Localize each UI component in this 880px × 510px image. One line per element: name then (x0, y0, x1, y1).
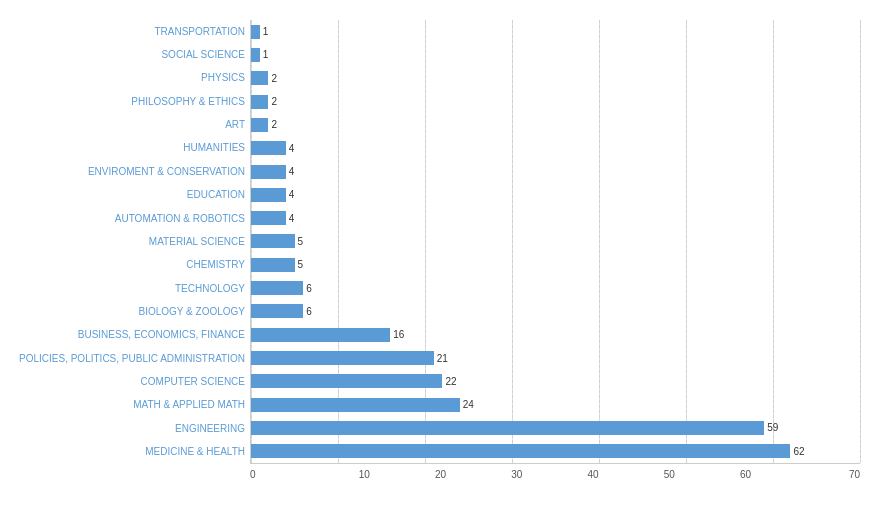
bar-value-label: 59 (767, 422, 778, 433)
x-axis-tick: 0 (250, 469, 326, 480)
x-axis-tick: 30 (479, 469, 555, 480)
y-axis-label: POLICIES, POLITICS, PUBLIC ADMINISTRATIO… (10, 353, 245, 365)
bar (251, 328, 390, 342)
chart-area: TRANSPORTATIONSOCIAL SCIENCEPHYSICSPHILO… (10, 20, 860, 464)
y-axis-label: MEDICINE & HEALTH (10, 446, 245, 458)
bar-row: 24 (251, 396, 860, 414)
x-axis-tick: 20 (403, 469, 479, 480)
bar (251, 48, 260, 62)
bar-row: 2 (251, 93, 860, 111)
bar (251, 304, 303, 318)
bar-row: 21 (251, 349, 860, 367)
x-axis-tick: 40 (555, 469, 631, 480)
bar (251, 234, 295, 248)
bar-value-label: 6 (306, 283, 312, 294)
bar-value-label: 22 (445, 376, 456, 387)
bar (251, 351, 434, 365)
bar (251, 118, 268, 132)
bar (251, 95, 268, 109)
bar (251, 444, 790, 458)
y-axis-label: MATERIAL SCIENCE (10, 236, 245, 248)
y-axis-label: ENVIROMENT & CONSERVATION (10, 166, 245, 178)
bar-row: 4 (251, 163, 860, 181)
bar-row: 4 (251, 186, 860, 204)
x-axis-tick: 50 (631, 469, 707, 480)
bar-value-label: 4 (289, 189, 295, 200)
y-axis-label: BUSINESS, ECONOMICS, FINANCE (10, 329, 245, 341)
bar (251, 398, 460, 412)
y-axis-label: COMPUTER SCIENCE (10, 376, 245, 388)
bar-row: 59 (251, 419, 860, 437)
bar-value-label: 62 (793, 446, 804, 457)
bar (251, 188, 286, 202)
y-axis-label: TECHNOLOGY (10, 283, 245, 295)
bar-value-label: 6 (306, 306, 312, 317)
bar-value-label: 5 (298, 259, 304, 270)
x-axis-tick: 60 (708, 469, 784, 480)
bar-row: 6 (251, 302, 860, 320)
bar-value-label: 2 (271, 96, 277, 107)
y-axis-label: CHEMISTRY (10, 259, 245, 271)
bar (251, 25, 260, 39)
bar-value-label: 4 (289, 166, 295, 177)
bar-value-label: 16 (393, 329, 404, 340)
y-axis-label: TRANSPORTATION (10, 26, 245, 38)
y-axis-label: PHYSICS (10, 72, 245, 84)
bar (251, 281, 303, 295)
y-axis-label: PHILOSOPHY & ETHICS (10, 96, 245, 108)
bar-row: 4 (251, 209, 860, 227)
bar (251, 258, 295, 272)
bar (251, 374, 442, 388)
bar-value-label: 1 (263, 26, 269, 37)
y-axis-label: AUTOMATION & ROBOTICS (10, 213, 245, 225)
bar-row: 2 (251, 116, 860, 134)
bar (251, 165, 286, 179)
bar-row: 5 (251, 232, 860, 250)
bar-row: 4 (251, 139, 860, 157)
bar-value-label: 1 (263, 49, 269, 60)
bar-row: 1 (251, 46, 860, 64)
bar-row: 2 (251, 69, 860, 87)
bar-row: 22 (251, 372, 860, 390)
y-axis-label: EDUCATION (10, 189, 245, 201)
bar-value-label: 24 (463, 399, 474, 410)
y-axis-label: ENGINEERING (10, 423, 245, 435)
bar (251, 141, 286, 155)
bar-value-label: 4 (289, 143, 295, 154)
bar-value-label: 4 (289, 213, 295, 224)
bar (251, 211, 286, 225)
bar (251, 71, 268, 85)
bar-value-label: 2 (271, 73, 277, 84)
chart-container: TRANSPORTATIONSOCIAL SCIENCEPHYSICSPHILO… (0, 0, 880, 510)
y-axis-label: SOCIAL SCIENCE (10, 49, 245, 61)
bar-row: 62 (251, 442, 860, 460)
x-axis: 010203040506070 (250, 464, 860, 480)
bars-area: 1122244445566162122245962 (250, 20, 860, 464)
x-axis-tick: 10 (326, 469, 402, 480)
bar (251, 421, 764, 435)
grid-line (860, 20, 861, 463)
y-axis-label: MATH & APPLIED MATH (10, 399, 245, 411)
bar-value-label: 5 (298, 236, 304, 247)
y-axis: TRANSPORTATIONSOCIAL SCIENCEPHYSICSPHILO… (10, 20, 250, 464)
bar-row: 16 (251, 326, 860, 344)
x-axis-tick: 70 (784, 469, 860, 480)
y-axis-label: BIOLOGY & ZOOLOGY (10, 306, 245, 318)
bar-row: 5 (251, 256, 860, 274)
bar-value-label: 21 (437, 353, 448, 364)
bar-row: 6 (251, 279, 860, 297)
bar-value-label: 2 (271, 119, 277, 130)
y-axis-label: HUMANITIES (10, 142, 245, 154)
bar-row: 1 (251, 23, 860, 41)
y-axis-label: ART (10, 119, 245, 131)
